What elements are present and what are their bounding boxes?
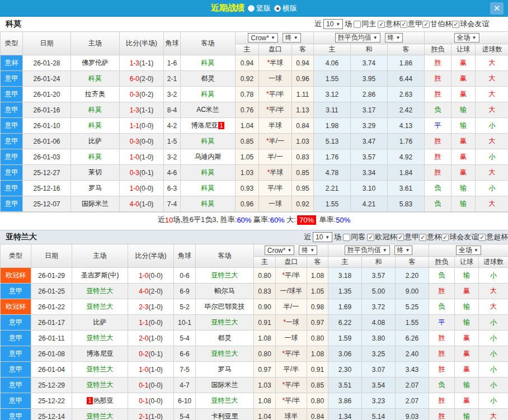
handicap-result: 赢 bbox=[455, 393, 479, 409]
final-odds-dropdown[interactable]: 终▼ bbox=[283, 33, 301, 43]
close-icon[interactable]: ✕ bbox=[490, 2, 504, 15]
team-label: 博洛尼亚 bbox=[87, 350, 114, 357]
match-date: 26-01-04 bbox=[31, 362, 72, 377]
away-odds: 1.08 bbox=[307, 268, 328, 284]
winlose-result: 负 bbox=[425, 196, 451, 212]
final-wdl-dropdown[interactable]: 终▼ bbox=[394, 246, 413, 255]
layout-radio-horizontal[interactable]: 横版 bbox=[274, 3, 297, 13]
layout-radio-vertical[interactable]: 竖版 bbox=[248, 3, 271, 13]
chevron-down-icon: ▼ bbox=[474, 248, 478, 253]
league-type-cell: 意甲 bbox=[1, 331, 31, 346]
checkbox-icon[interactable] bbox=[343, 234, 350, 241]
league-type-cell: 意甲 bbox=[1, 393, 31, 409]
home-odds: 0.94 bbox=[236, 55, 259, 71]
avg-home-odds: 1.35 bbox=[328, 284, 362, 299]
corner-score: 6-9 bbox=[174, 284, 196, 299]
halftime-score: (0-0) bbox=[149, 272, 163, 280]
league-type-cell: 意甲 bbox=[1, 346, 31, 362]
away-team: 亚特兰大 bbox=[196, 346, 254, 362]
chevron-down-icon: ▼ bbox=[294, 35, 298, 40]
home-team: 科莫 bbox=[71, 118, 120, 134]
halftime-score: (0-0) bbox=[139, 185, 153, 192]
league-type-cell: 意甲 bbox=[1, 165, 23, 181]
checkbox-checked-icon[interactable]: ✓ bbox=[441, 234, 449, 241]
team-label: 毕尔巴鄂竞技 bbox=[205, 303, 245, 310]
handicap-line: *半/一 bbox=[259, 134, 292, 149]
handicap-line: *半球 bbox=[259, 55, 292, 71]
home-odds: 1.05 bbox=[236, 149, 259, 165]
checkbox-checked-icon[interactable]: ✓ bbox=[400, 21, 407, 28]
away-team: 卡利亚里 bbox=[196, 409, 254, 420]
winlose-result: 胜 bbox=[425, 149, 451, 165]
league-filter[interactable]: ✓意杯 bbox=[378, 19, 400, 29]
wdl-average-dropdown[interactable]: 胜平负均值▼ bbox=[335, 33, 380, 43]
home-team: 拉齐奥 bbox=[71, 87, 120, 102]
full-match-dropdown[interactable]: 全场▼ bbox=[456, 246, 481, 255]
handicap-result: 输 bbox=[455, 315, 479, 331]
fulltime-score: 6-0 bbox=[130, 75, 139, 83]
team-label: 亚特兰大 bbox=[211, 397, 238, 404]
avg-draw-odds: 3.23 bbox=[362, 393, 396, 409]
away-team: 科莫 bbox=[181, 134, 236, 149]
checkbox-checked-icon[interactable]: ✓ bbox=[419, 234, 426, 241]
radio-selected-icon[interactable] bbox=[274, 5, 281, 12]
games-count-select[interactable]: 10 ▼ bbox=[313, 232, 332, 242]
final-odds-dropdown[interactable]: 终▼ bbox=[299, 246, 317, 255]
home-team: 比萨 bbox=[71, 134, 120, 149]
col-header-score: 比分(半场) bbox=[128, 244, 174, 268]
league-filter-label: 意超杯 bbox=[486, 232, 508, 242]
winlose-result: 胜 bbox=[429, 284, 455, 299]
checkbox-icon[interactable] bbox=[354, 21, 361, 28]
sub-header-handicap-result: 让球 bbox=[451, 44, 476, 55]
team-label: 亚特兰大 bbox=[211, 271, 238, 279]
filter-bar: 近 10 ▼ 场 同客 ✓欧冠杯✓意甲✓意杯✓球会友谊✓意超杯 bbox=[304, 232, 508, 242]
corner-score: 10-1 bbox=[174, 315, 196, 331]
halftime-score: (2-0) bbox=[139, 75, 153, 83]
winlose-result: 胜 bbox=[425, 134, 451, 149]
summary-segment: 70% bbox=[297, 215, 316, 225]
league-filter[interactable]: ✓球会友谊 bbox=[452, 19, 489, 29]
halftime-score: (0-0) bbox=[149, 397, 163, 405]
goals-result: 小 bbox=[479, 393, 508, 409]
avg-home-odds: 3.06 bbox=[328, 346, 362, 362]
handicap-text: 一球 bbox=[286, 318, 299, 326]
col-header-away: 客场 bbox=[196, 244, 254, 268]
away-odds: 1.11 bbox=[292, 87, 314, 102]
wdl-average-dropdown[interactable]: 胜平负均值▼ bbox=[345, 246, 390, 255]
radio-icon[interactable] bbox=[248, 5, 255, 12]
same-venue-filter[interactable]: 同客 bbox=[343, 232, 365, 242]
checkbox-checked-icon[interactable]: ✓ bbox=[478, 234, 486, 241]
chevron-down-icon: ▼ bbox=[287, 248, 291, 253]
bookmaker-dropdown[interactable]: Crow*▼ bbox=[265, 246, 295, 255]
league-filter[interactable]: ✓意杯 bbox=[419, 232, 441, 242]
same-venue-filter[interactable]: 同主 bbox=[354, 19, 376, 29]
checkbox-checked-icon[interactable]: ✓ bbox=[397, 234, 404, 241]
final-wdl-dropdown[interactable]: 终▼ bbox=[385, 33, 403, 43]
score-cell: 2-1(1-0) bbox=[128, 409, 174, 420]
full-match-dropdown[interactable]: 全场▼ bbox=[454, 33, 479, 43]
goals-result: 小 bbox=[479, 268, 508, 284]
score-cell: 1-0(0-0) bbox=[128, 268, 174, 284]
checkbox-checked-icon[interactable]: ✓ bbox=[378, 21, 385, 28]
checkbox-checked-icon[interactable]: ✓ bbox=[367, 234, 374, 241]
checkbox-checked-icon[interactable]: ✓ bbox=[422, 21, 430, 28]
match-date: 25-12-07 bbox=[23, 196, 71, 212]
bookmaker-dropdown[interactable]: Crow*▼ bbox=[248, 33, 278, 43]
team-label: 佛罗伦萨 bbox=[82, 59, 109, 67]
league-filter[interactable]: ✓球会友谊 bbox=[441, 232, 478, 242]
league-filter-label: 意杯 bbox=[427, 232, 441, 242]
league-filter[interactable]: ✓欧冠杯 bbox=[367, 232, 397, 242]
radio-label: 竖版 bbox=[256, 3, 271, 13]
league-filter[interactable]: ✓意超杯 bbox=[478, 232, 508, 242]
avg-draw-odds: 3.17 bbox=[351, 102, 388, 118]
score-cell: 2-3(1-0) bbox=[128, 299, 174, 315]
checkbox-checked-icon[interactable]: ✓ bbox=[452, 21, 459, 28]
league-filter[interactable]: ✓甘伯杯 bbox=[422, 19, 452, 29]
goals-result: 大 bbox=[476, 196, 508, 212]
away-team: AC米兰 bbox=[181, 102, 236, 118]
games-count-select[interactable]: 10 ▼ bbox=[323, 19, 343, 29]
team-label: 科莫 bbox=[201, 137, 215, 145]
corner-score: 3-2 bbox=[164, 87, 181, 102]
league-filter[interactable]: ✓意甲 bbox=[400, 19, 422, 29]
league-filter[interactable]: ✓意甲 bbox=[397, 232, 419, 242]
